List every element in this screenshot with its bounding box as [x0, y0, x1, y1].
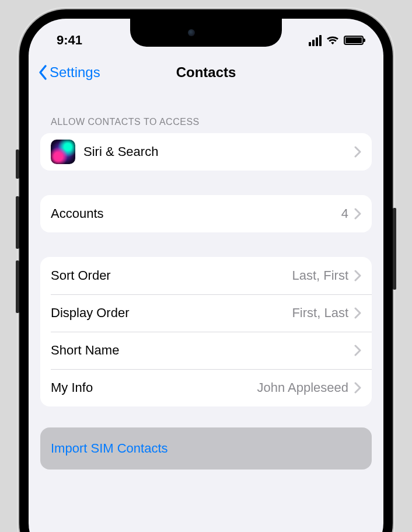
wifi-icon [326, 35, 339, 46]
my-info-label: My Info [51, 380, 93, 395]
power-button [393, 208, 396, 290]
chevron-right-icon [354, 307, 361, 319]
chevron-left-icon [38, 64, 48, 81]
accounts-count: 4 [341, 206, 348, 221]
siri-label: Siri & Search [83, 144, 158, 159]
row-accounts[interactable]: Accounts 4 [40, 195, 372, 232]
accounts-label: Accounts [51, 206, 104, 221]
row-import-sim-contacts[interactable]: Import SIM Contacts [40, 427, 372, 470]
row-my-info[interactable]: My Info John Appleseed [40, 369, 372, 406]
display-order-value: First, Last [292, 305, 348, 321]
display-order-label: Display Order [51, 305, 129, 321]
page-title: Contacts [176, 64, 236, 81]
row-display-order[interactable]: Display Order First, Last [40, 294, 372, 332]
volume-down-button [16, 260, 19, 313]
my-info-value: John Appleseed [257, 380, 348, 395]
chevron-right-icon [354, 270, 361, 281]
status-time: 9:41 [57, 33, 82, 48]
sort-order-label: Sort Order [51, 268, 111, 283]
volume-up-button [16, 196, 19, 249]
phone-frame: 9:41 Settings Contacts Allow Co [19, 9, 393, 532]
sort-order-value: Last, First [292, 268, 348, 283]
status-indicators [309, 35, 364, 46]
import-sim-label: Import SIM Contacts [51, 441, 168, 456]
chevron-right-icon [354, 208, 361, 220]
nav-bar: Settings Contacts [29, 55, 383, 90]
group-display-options: Sort Order Last, First Display Order Fir… [40, 257, 372, 406]
notch [130, 19, 282, 47]
group-siri: Siri & Search [40, 133, 372, 171]
content: Allow Contacts to Access Siri & Search A… [29, 90, 383, 470]
chevron-right-icon [354, 146, 361, 158]
row-siri-search[interactable]: Siri & Search [40, 133, 372, 171]
group-accounts: Accounts 4 [40, 195, 372, 232]
short-name-label: Short Name [51, 343, 119, 358]
back-button[interactable]: Settings [38, 64, 100, 81]
battery-icon [344, 36, 364, 45]
cellular-signal-icon [309, 35, 322, 46]
silent-switch [16, 149, 19, 179]
siri-icon [51, 140, 75, 164]
section-header-access: Allow Contacts to Access [40, 97, 372, 133]
row-sort-order[interactable]: Sort Order Last, First [40, 257, 372, 294]
chevron-right-icon [354, 382, 361, 394]
back-label: Settings [50, 64, 100, 81]
chevron-right-icon [354, 345, 361, 356]
row-short-name[interactable]: Short Name [40, 332, 372, 369]
front-camera [188, 29, 195, 36]
screen: 9:41 Settings Contacts Allow Co [29, 19, 383, 532]
